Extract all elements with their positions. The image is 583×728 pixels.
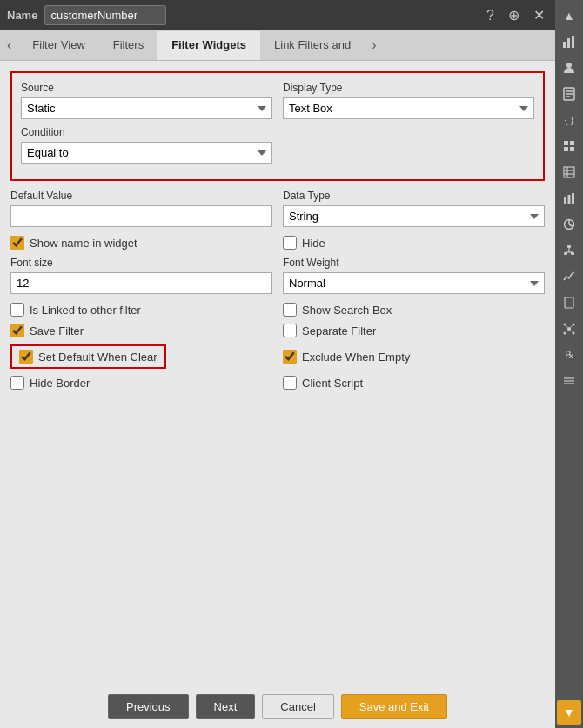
name-select[interactable]: customerNumber — [44, 5, 166, 25]
svg-rect-2 — [572, 36, 574, 48]
hide-border-label: Hide Border — [30, 377, 90, 390]
code-icon[interactable]: { } — [557, 108, 581, 132]
tab-link-filters[interactable]: Link Filters and — [260, 31, 365, 60]
data-type-group: Data Type String — [283, 190, 545, 227]
svg-point-30 — [573, 332, 575, 335]
close-button[interactable]: ✕ — [530, 7, 548, 24]
font-size-input[interactable] — [10, 272, 272, 294]
tab-filters[interactable]: Filters — [99, 31, 157, 60]
svg-rect-17 — [568, 195, 571, 204]
set-default-exclude-row: Set Default When Clear Exclude When Empt… — [10, 344, 545, 369]
content-area: Source Static Display Type Text Box Cond… — [0, 61, 555, 685]
font-size-group: Font size — [10, 257, 272, 294]
svg-point-28 — [573, 324, 575, 326]
svg-point-3 — [566, 63, 572, 68]
tabs-bar: ‹ Filter View Filters Filter Widgets Lin… — [0, 30, 555, 61]
collapse-icon[interactable]: ▲ — [557, 3, 581, 28]
show-name-checkbox[interactable] — [10, 236, 24, 250]
separate-filter-group: Separate Filter — [283, 324, 545, 337]
font-weight-select[interactable]: Normal — [283, 272, 545, 294]
exclude-empty-checkbox[interactable] — [283, 350, 297, 364]
line-chart-icon[interactable] — [557, 264, 581, 289]
svg-rect-10 — [564, 147, 568, 151]
separate-filter-checkbox[interactable] — [283, 324, 297, 337]
default-value-row: Default Value Data Type String — [10, 190, 545, 227]
show-search-checkbox[interactable] — [283, 303, 297, 317]
name-label: Name — [7, 9, 37, 22]
header: Name customerNumber ? ⊕ ✕ — [0, 0, 555, 30]
layers-icon[interactable] — [557, 369, 581, 393]
svg-rect-1 — [567, 38, 570, 48]
document-icon[interactable] — [557, 82, 581, 106]
default-value-group: Default Value — [10, 190, 272, 227]
tab-filter-view[interactable]: Filter View — [18, 31, 98, 60]
svg-rect-8 — [564, 141, 568, 145]
pie-chart-icon[interactable] — [557, 212, 581, 237]
font-row: Font size Font Weight Normal — [10, 257, 545, 294]
grid-icon[interactable] — [557, 134, 581, 158]
default-value-label: Default Value — [10, 190, 272, 202]
client-script-label: Client Script — [302, 377, 363, 390]
is-linked-label: Is Linked to other filter — [30, 304, 141, 317]
svg-rect-16 — [564, 197, 566, 204]
linked-search-row: Is Linked to other filter Show Search Bo… — [10, 303, 545, 317]
save-filter-label: Save Filter — [30, 324, 84, 337]
show-name-group: Show name in widget — [10, 236, 272, 250]
previous-button[interactable]: Previous — [108, 694, 189, 719]
main-panel: Name customerNumber ? ⊕ ✕ ‹ Filter View … — [0, 0, 555, 728]
hide-label: Hide — [302, 237, 325, 250]
cancel-button[interactable]: Cancel — [262, 694, 333, 719]
set-default-checkbox[interactable] — [19, 350, 33, 364]
bar-chart-icon[interactable] — [557, 186, 581, 210]
svg-rect-12 — [564, 167, 574, 177]
source-display-box: Source Static Display Type Text Box Cond… — [10, 71, 545, 181]
data-type-select[interactable]: String — [283, 205, 545, 227]
svg-line-33 — [566, 331, 568, 332]
chart-bar-icon[interactable] — [557, 30, 581, 54]
font-size-label: Font size — [10, 257, 272, 269]
condition-right-placeholder — [283, 126, 534, 164]
hide-border-group: Hide Border — [10, 376, 272, 390]
separate-filter-label: Separate Filter — [302, 324, 376, 337]
svg-point-27 — [564, 324, 566, 326]
svg-rect-0 — [563, 42, 566, 48]
show-name-hide-row: Show name in widget Hide — [10, 236, 545, 250]
hide-border-checkbox[interactable] — [10, 376, 24, 390]
source-label: Source — [21, 82, 272, 94]
down-arrow-icon[interactable]: ▼ — [557, 700, 581, 725]
rx-icon[interactable]: ℞ — [557, 343, 581, 367]
svg-line-31 — [566, 326, 568, 328]
svg-rect-9 — [570, 141, 574, 145]
font-weight-label: Font Weight — [283, 257, 545, 269]
move-button[interactable]: ⊕ — [505, 7, 523, 24]
hide-checkbox[interactable] — [283, 236, 297, 250]
is-linked-checkbox[interactable] — [10, 303, 24, 317]
svg-rect-11 — [570, 147, 574, 151]
is-linked-group: Is Linked to other filter — [10, 303, 272, 317]
page-icon[interactable] — [557, 291, 581, 315]
source-select[interactable]: Static — [21, 97, 272, 119]
help-button[interactable]: ? — [483, 7, 498, 24]
person-icon[interactable] — [557, 56, 581, 80]
tab-filter-widgets[interactable]: Filter Widgets — [157, 31, 260, 60]
condition-label: Condition — [21, 126, 272, 138]
display-type-select[interactable]: Text Box — [283, 97, 534, 119]
exclude-empty-label: Exclude When Empty — [302, 351, 410, 364]
next-button[interactable]: Next — [196, 694, 256, 719]
save-filter-checkbox[interactable] — [10, 324, 24, 337]
save-exit-button[interactable]: Save and Exit — [341, 694, 447, 719]
condition-select[interactable]: Equal to — [21, 142, 272, 164]
svg-point-26 — [567, 327, 571, 331]
set-default-box[interactable]: Set Default When Clear — [10, 344, 166, 369]
network-icon[interactable] — [557, 317, 581, 341]
tab-prev-button[interactable]: ‹ — [0, 30, 18, 60]
display-type-group: Display Type Text Box — [283, 82, 534, 119]
default-value-input[interactable] — [10, 205, 272, 227]
svg-line-34 — [571, 331, 573, 332]
source-group: Source Static — [21, 82, 272, 119]
client-script-checkbox[interactable] — [283, 376, 297, 390]
tab-next-button[interactable]: › — [365, 30, 383, 60]
client-script-group: Client Script — [283, 376, 545, 390]
hierarchy-icon[interactable] — [557, 238, 581, 263]
table-icon[interactable] — [557, 160, 581, 184]
